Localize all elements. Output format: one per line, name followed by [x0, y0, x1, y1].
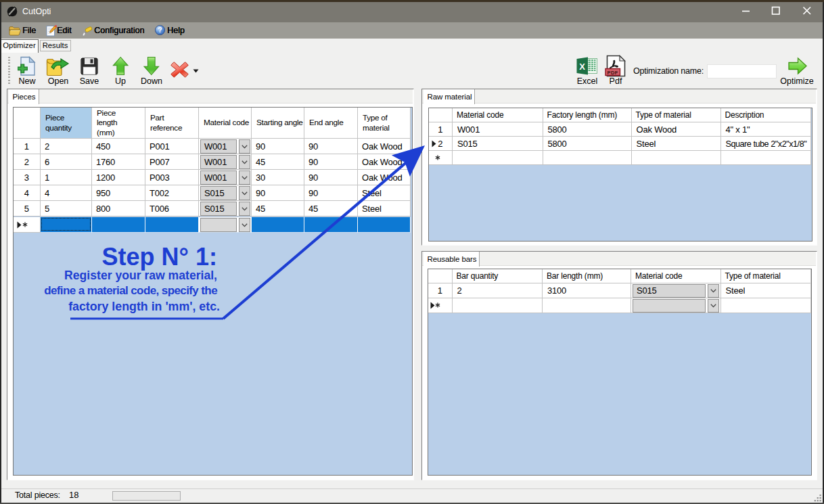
svg-text:X: X [579, 62, 585, 72]
svg-text:PDF: PDF [607, 70, 618, 76]
svg-text:?: ? [158, 26, 162, 34]
